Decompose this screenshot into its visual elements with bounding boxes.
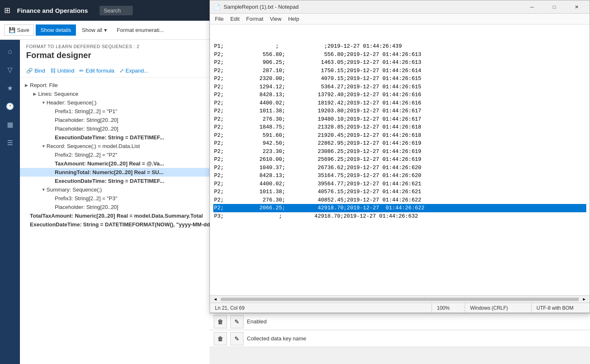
tree-item[interactable]: ▶Lines: Sequence [20, 90, 212, 98]
action-bar: 🔗 Bind ⛓ Unbind ✏ Edit formula ⤢ Expand.… [20, 66, 212, 78]
notepad-line: P2; 1011.38; 40576.15;2019-12-27 01:44:2… [213, 188, 586, 196]
notepad-line: P2; 8428.13; 13792.40;2019-12-27 01:44:2… [213, 91, 586, 99]
link-icon: 🔗 [26, 68, 33, 74]
tree-item[interactable]: TaxAmount: Numeric[20..20] Real = @.Va..… [20, 159, 212, 168]
notepad-window: 📄 SampleReport (1).txt - Notepad ─ □ ✕ F… [210, 0, 590, 313]
expand-icon: ⤢ [119, 68, 124, 74]
top-bar: ⊞ Finance and Operations [0, 0, 212, 21]
notepad-line: P2; 2610.00; 25696.25;2019-12-27 01:44:2… [213, 155, 586, 164]
notepad-line: P2; 1040.37; 26736.62;2019-12-27 01:44:2… [213, 164, 586, 172]
sidebar-item-recent[interactable]: 🕐 [2, 98, 18, 114]
format-title: Format designer [26, 51, 205, 60]
minimize-button[interactable]: ─ [522, 0, 541, 14]
edit-formula-button[interactable]: ✏ Edit formula [79, 68, 114, 74]
menu-format[interactable]: Format [243, 15, 266, 23]
tree-view: ▶Report: File▶Lines: Sequence▼Header: Se… [20, 78, 212, 232]
format-header: FORMAT TO LEARN DEFERRED SEQUENCES : 2 F… [20, 40, 212, 66]
tree-item[interactable]: Placeholder: String[20..20] [20, 124, 212, 133]
notepad-titlebar: 📄 SampleReport (1).txt - Notepad ─ □ ✕ [210, 0, 590, 14]
scroll-right-arrow[interactable]: ► [580, 297, 588, 301]
tree-item[interactable]: Prefix3: String[2..2] = "P3" [20, 194, 212, 203]
edit-button-1[interactable]: ✎ [230, 315, 244, 328]
show-details-button[interactable]: Show details [36, 24, 76, 36]
sidebar-item-filter[interactable]: ▽ [2, 61, 18, 78]
tree-item[interactable]: Prefix1: String[2..2] = "P1" [20, 107, 212, 116]
collected-key-label: Collected data key name [247, 335, 306, 342]
menu-help[interactable]: Help [285, 15, 302, 23]
unlink-icon: ⛓ [50, 68, 56, 74]
notepad-line: P2; 223.30; 23086.25;2019-12-27 01:44:26… [213, 148, 586, 156]
notepad-line: P2; 1011.38; 19203.80;2019-12-27 01:44:2… [213, 107, 586, 115]
grid-icon[interactable]: ⊞ [4, 6, 10, 15]
notepad-title: SampleReport (1).txt - Notepad [224, 4, 519, 10]
notepad-line: P2; 276.30; 19480.10;2019-12-27 01:44:26… [213, 115, 586, 124]
menu-view[interactable]: View [267, 15, 285, 23]
notepad-line: P2; 2320.00; 4070.15;2019-12-27 01:44:26… [213, 75, 586, 83]
tree-item[interactable]: ExecutionDateTime: String = DATETIMEFORM… [20, 220, 212, 229]
tree-item[interactable]: ▼Summary: Sequence(;) [20, 185, 212, 194]
tree-item[interactable]: Placeholder: String[20..20] [20, 203, 212, 211]
sidebar-item-table[interactable]: ▦ [2, 116, 18, 133]
notepad-line: P1; ; ;2019-12-27 01:44:26:439 [213, 42, 586, 51]
notepad-line: P2; 4400.02; 39564.77;2019-12-27 01:44:2… [213, 180, 586, 188]
app-title: Finance and Operations [17, 7, 88, 14]
notepad-line: P2; 906.25; 1463.05;2019-12-27 01:44:26:… [213, 58, 586, 67]
notepad-line: P2; 1294.12; 5364.27;2019-12-27 01:44:26… [213, 83, 586, 91]
search-input[interactable] [100, 6, 133, 15]
format-subtitle: FORMAT TO LEARN DEFERRED SEQUENCES : 2 [26, 44, 205, 49]
expand-button[interactable]: ⤢ Expand... [119, 68, 149, 74]
notepad-line: P2; 1848.75; 21328.85;2019-12-27 01:44:2… [213, 123, 586, 131]
horizontal-scrollbar[interactable]: ◄ ► [210, 295, 590, 303]
bind-button[interactable]: 🔗 Bind [26, 68, 45, 74]
menu-edit[interactable]: Edit [227, 15, 243, 23]
toolbar: 💾 Save Show details Show all ▾ Format en… [0, 21, 212, 40]
delete-button-2[interactable]: 🗑 [214, 332, 227, 345]
show-all-button[interactable]: Show all ▾ [78, 24, 111, 36]
notepad-menubar: File Edit Format View Help [210, 14, 590, 24]
unbind-button[interactable]: ⛓ Unbind [50, 68, 74, 74]
tree-item[interactable]: ExecutionDateTime: String = DATETIMEF... [20, 177, 212, 185]
tree-item[interactable]: ExecutionDateTime: String = DATETIMEF... [20, 133, 212, 142]
tree-item[interactable]: TotalTaxAmount: Numeric[20..20] Real = m… [20, 211, 212, 220]
tree-item[interactable]: Prefix2: String[2..2] = "P2" [20, 150, 212, 159]
main-content: FORMAT TO LEARN DEFERRED SEQUENCES : 2 F… [20, 40, 212, 364]
sidebar-icons: ⌂ ▽ ★ 🕐 ▦ ☰ [0, 40, 20, 364]
tree-item[interactable]: ▼Record: Sequence(;) = model.Data.List [20, 142, 212, 150]
tree-item[interactable]: RunningTotal: Numeric[20..20] Real = SU.… [20, 168, 212, 177]
scroll-left-arrow[interactable]: ◄ [212, 297, 219, 301]
notepad-line: P2; 276.30; 40852.45;2019-12-27 01:44:26… [213, 196, 586, 204]
delete-button-1[interactable]: 🗑 [214, 315, 227, 328]
status-zoom: 100% [432, 303, 465, 313]
notepad-line: P2; 8428.13; 35164.75;2019-12-27 01:44:2… [213, 172, 586, 180]
save-button[interactable]: 💾 Save [4, 24, 34, 36]
notepad-line: P2; 2066.25; 42918.70;2019-12-27 01:44:2… [213, 204, 586, 212]
edit-button-2[interactable]: ✎ [230, 332, 244, 345]
sidebar-item-home[interactable]: ⌂ [2, 43, 18, 60]
notepad-statusbar: Ln 21, Col 69 100% Windows (CRLF) UTF-8 … [210, 303, 590, 313]
notepad-line: P2; 287.10; 1750.15;2019-12-27 01:44:26:… [213, 67, 586, 75]
status-encoding: UTF-8 with BOM [531, 303, 590, 313]
menu-file[interactable]: File [212, 15, 227, 23]
chevron-icon: ▾ [104, 27, 107, 33]
notepad-line: P3; ; 42918.70;2019-12-27 01:44:26:632 [213, 212, 586, 221]
notepad-content[interactable]: P1; ; ;2019-12-27 01:44:26:439P2; 556.80… [210, 24, 590, 295]
sidebar-item-list[interactable]: ☰ [2, 134, 18, 151]
close-button[interactable]: ✕ [567, 0, 586, 14]
save-icon: 💾 [9, 27, 15, 33]
status-line-ending: Windows (CRLF) [465, 303, 531, 313]
tree-item[interactable]: ▶Report: File [20, 81, 212, 90]
tree-item[interactable]: ▼Header: Sequence(;) [20, 98, 212, 107]
left-panel: ⊞ Finance and Operations 💾 Save Show det… [0, 0, 212, 364]
notepad-line: P2; 4400.02; 18192.42;2019-12-27 01:44:2… [213, 99, 586, 107]
panel-row-1: 🗑 ✎ Enabled [210, 313, 590, 330]
enabled-label: Enabled [247, 318, 267, 325]
maximize-button[interactable]: □ [545, 0, 564, 14]
notepad-line: P2; 556.80; 556.80;2019-12-27 01:44:26:6… [213, 51, 586, 59]
bottom-panel: 🗑 ✎ Enabled 🗑 ✎ Collected data key name [210, 313, 590, 364]
panel-row-2: 🗑 ✎ Collected data key name [210, 330, 590, 347]
sidebar-item-favorites[interactable]: ★ [2, 80, 18, 96]
tree-item[interactable]: Placeholder: String[20..20] [20, 116, 212, 124]
notepad-line: P2; 942.50; 22862.95;2019-12-27 01:44:26… [213, 139, 586, 148]
notepad-line: P2; 591.60; 21920.45;2019-12-27 01:44:26… [213, 131, 586, 140]
format-enum-button[interactable]: Format enumerati... [113, 24, 168, 36]
